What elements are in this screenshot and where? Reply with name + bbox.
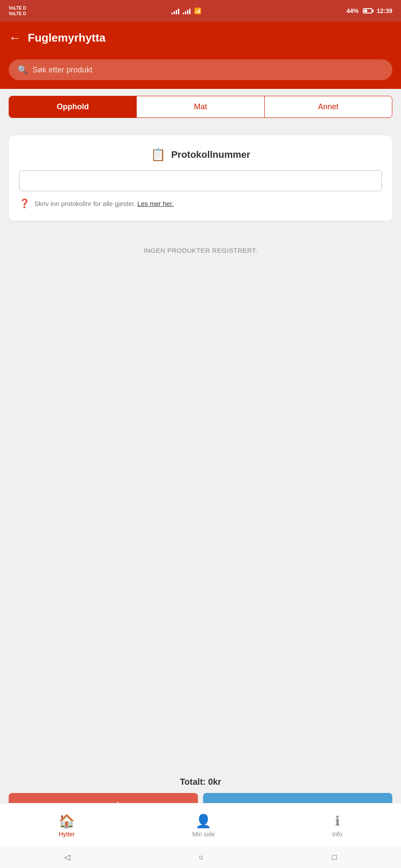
volte-badge-1: VoLTE D — [9, 6, 26, 10]
signal-bars-2 — [183, 7, 191, 14]
clipboard-icon: 📋 — [151, 147, 166, 162]
protocol-card: 📋 Protokollnummer ❓ Skriv inn protokolln… — [9, 135, 392, 221]
tab-annet[interactable]: Annet — [264, 96, 392, 117]
tab-mat[interactable]: Mat — [136, 96, 264, 117]
protocol-title: Protokollnummer — [171, 149, 250, 160]
search-bar[interactable]: 🔍 — [9, 59, 392, 80]
protocol-hint: ❓ Skriv inn protokollnr for alle gjester… — [19, 198, 382, 209]
page-title: Fuglemyrhytta — [28, 31, 105, 45]
user-icon: 👤 — [195, 813, 211, 829]
android-recent-button[interactable]: □ — [332, 853, 337, 862]
volte-badges: VoLTE D VoLTE D — [9, 6, 26, 16]
no-products-message: INGEN PRODUKTER REGISTRERT. — [0, 229, 401, 271]
android-home-button[interactable]: ○ — [199, 853, 204, 862]
tab-opphold[interactable]: Opphold — [9, 96, 136, 117]
top-nav: ← Fuglemyrhytta — [0, 22, 401, 54]
hint-link[interactable]: Les mer her. — [138, 200, 174, 207]
time-display: 12:39 — [377, 7, 392, 14]
android-back-button[interactable]: ◁ — [64, 852, 70, 862]
hint-text: Skriv inn protokollnr for alle gjester. … — [34, 200, 174, 207]
nav-label-hytter: Hytter — [59, 831, 75, 838]
nav-item-hytter[interactable]: 🏠 Hytter — [59, 813, 75, 838]
protocol-header: 📋 Protokollnummer — [19, 147, 382, 162]
bottom-nav: 🏠 Hytter 👤 Min side ℹ Info — [0, 803, 401, 846]
volte-badge-2: VoLTE D — [9, 11, 26, 16]
back-button[interactable]: ← — [9, 32, 21, 44]
main-content: 📋 Protokollnummer ❓ Skriv inn protokolln… — [0, 135, 401, 525]
home-icon: 🏠 — [59, 813, 75, 829]
protocol-number-input[interactable] — [19, 170, 382, 191]
battery-icon — [363, 8, 372, 13]
info-icon: ℹ — [335, 813, 340, 829]
search-input[interactable] — [33, 65, 384, 75]
battery-percent: 44% — [346, 7, 358, 14]
status-right: 44% 12:39 — [346, 7, 392, 14]
nav-item-min-side[interactable]: 👤 Min side — [192, 813, 215, 838]
tabs-container: Opphold Mat Annet — [9, 96, 392, 118]
signal-wifi-group: 📶 — [171, 7, 201, 14]
nav-item-info[interactable]: ℹ Info — [332, 813, 342, 838]
android-nav: ◁ ○ □ — [0, 846, 401, 868]
nav-label-info: Info — [332, 831, 342, 838]
signal-bars-1 — [171, 7, 179, 14]
wifi-icon: 📶 — [194, 7, 201, 14]
status-bar: VoLTE D VoLTE D 📶 44% 12:39 — [0, 0, 401, 22]
search-bar-container: 🔍 — [0, 54, 401, 89]
search-icon: 🔍 — [17, 65, 28, 75]
total-amount: Totalt: 0kr — [9, 777, 392, 787]
question-icon: ❓ — [19, 198, 30, 209]
hint-main-text: Skriv inn protokollnr for alle gjester. — [34, 200, 135, 207]
nav-label-min-side: Min side — [192, 831, 215, 838]
